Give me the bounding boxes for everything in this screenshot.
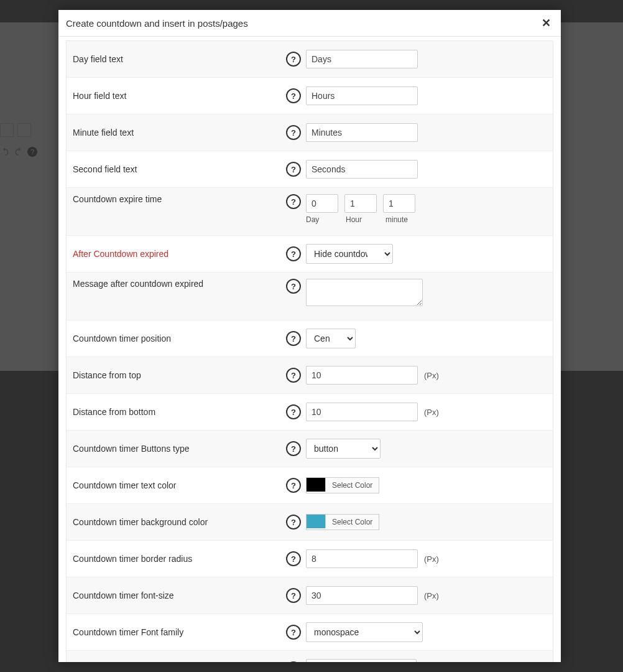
row-font-family: Countdown timer Font family ? monospace — [67, 614, 553, 651]
help-icon[interactable]: ? — [286, 368, 301, 383]
sub-hour: Hour — [346, 215, 378, 224]
expire-sublabels: Day Hour minute — [306, 215, 418, 224]
label-bg-color: Countdown timer background color — [73, 517, 281, 527]
modal-title: Create countdown and insert in posts/pag… — [66, 18, 248, 29]
row-hour-text: Hour field text ? — [67, 78, 553, 114]
help-icon[interactable]: ? — [286, 331, 301, 346]
row-text-color: Countdown timer text color ? Select Colo… — [67, 467, 553, 504]
bg-color-swatch[interactable] — [307, 515, 326, 528]
dist-bottom-input[interactable] — [306, 403, 418, 421]
help-icon[interactable]: ? — [286, 515, 301, 530]
row-buttons-type: Countdown timer Buttons type ? button — [67, 431, 553, 467]
help-icon[interactable]: ? — [286, 478, 301, 493]
help-icon[interactable]: ? — [286, 441, 301, 456]
label-expire-time: Countdown expire time — [73, 194, 281, 204]
label-dist-bottom: Distance from bottom — [73, 407, 281, 417]
text-color-button[interactable]: Select Color — [326, 478, 379, 493]
font-size-input[interactable] — [306, 586, 418, 605]
row-day-text: Day field text ? — [67, 41, 553, 78]
second-text-input[interactable] — [306, 160, 418, 179]
help-icon[interactable]: ? — [286, 194, 301, 209]
unit-px: (Px) — [424, 554, 439, 564]
buttons-type-select[interactable]: button — [306, 439, 381, 459]
close-icon[interactable]: ✕ — [539, 16, 553, 30]
label-after-expired: After Countdown expired — [73, 249, 281, 259]
border-radius-input[interactable] — [306, 549, 418, 568]
help-icon[interactable]: ? — [286, 404, 301, 419]
label-font-size: Countdown timer font-size — [73, 590, 281, 600]
help-icon[interactable]: ? — [286, 162, 301, 177]
label-second-text: Second field text — [73, 164, 281, 174]
modal-header: Create countdown and insert in posts/pag… — [58, 10, 561, 37]
after-expired-select[interactable]: Hide countdown — [306, 244, 393, 264]
expire-day-input[interactable] — [306, 194, 338, 213]
row-message: Message after countdown expired ? — [67, 273, 553, 320]
label-text-color: Countdown timer text color — [73, 480, 281, 490]
row-animation-type: Countdown animation type ? none — [67, 651, 553, 662]
label-position: Countdown timer position — [73, 334, 281, 343]
help-icon[interactable]: ? — [286, 588, 301, 603]
text-color-swatch[interactable] — [307, 478, 326, 492]
sub-day: Day — [306, 215, 338, 224]
label-hour-text: Hour field text — [73, 91, 281, 101]
label-border-radius: Countdown timer border radius — [73, 554, 281, 564]
settings-form: Day field text ? Hour field text ? Minut… — [66, 40, 553, 662]
unit-px: (Px) — [424, 591, 439, 600]
label-buttons-type: Countdown timer Buttons type — [73, 444, 281, 454]
text-color-picker[interactable]: Select Color — [306, 477, 379, 493]
row-dist-top: Distance from top ? (Px) — [67, 357, 553, 394]
unit-px: (Px) — [424, 408, 439, 417]
help-icon[interactable]: ? — [286, 246, 301, 261]
position-select[interactable]: Center — [306, 329, 356, 348]
row-minute-text: Minute field text ? — [67, 114, 553, 151]
expire-hour-input[interactable] — [344, 194, 377, 213]
help-icon[interactable]: ? — [286, 279, 301, 294]
row-position: Countdown timer position ? Center — [67, 320, 553, 357]
hour-text-input[interactable] — [306, 86, 418, 105]
bg-color-button[interactable]: Select Color — [326, 515, 379, 530]
expire-minute-input[interactable] — [383, 194, 415, 213]
unit-px: (Px) — [424, 371, 439, 380]
help-icon[interactable]: ? — [286, 52, 301, 67]
row-expire-time: Countdown expire time ? Day Hour minute — [67, 188, 553, 236]
label-font-family: Countdown timer Font family — [73, 627, 281, 637]
countdown-modal: Create countdown and insert in posts/pag… — [58, 10, 561, 662]
row-dist-bottom: Distance from bottom ? (Px) — [67, 394, 553, 431]
message-textarea[interactable] — [306, 279, 423, 306]
label-message: Message after countdown expired — [73, 279, 281, 289]
minute-text-input[interactable] — [306, 123, 418, 142]
dist-top-input[interactable] — [306, 366, 418, 385]
bg-color-picker[interactable]: Select Color — [306, 514, 379, 530]
help-icon[interactable]: ? — [286, 625, 301, 640]
label-dist-top: Distance from top — [73, 370, 281, 380]
row-font-size: Countdown timer font-size ? (Px) — [67, 577, 553, 614]
sub-minute: minute — [385, 215, 418, 224]
animation-select[interactable]: none — [306, 659, 417, 662]
row-bg-color: Countdown timer background color ? Selec… — [67, 504, 553, 541]
help-icon[interactable]: ? — [286, 551, 301, 566]
row-after-expired: After Countdown expired ? Hide countdown — [67, 236, 553, 273]
row-border-radius: Countdown timer border radius ? (Px) — [67, 541, 553, 577]
label-minute-text: Minute field text — [73, 128, 281, 138]
help-icon[interactable]: ? — [286, 88, 301, 103]
help-icon[interactable]: ? — [286, 661, 301, 662]
row-second-text: Second field text ? — [67, 151, 553, 188]
day-text-input[interactable] — [306, 50, 418, 68]
label-day-text: Day field text — [73, 54, 281, 64]
help-icon[interactable]: ? — [286, 125, 301, 140]
font-family-select[interactable]: monospace — [306, 622, 423, 642]
